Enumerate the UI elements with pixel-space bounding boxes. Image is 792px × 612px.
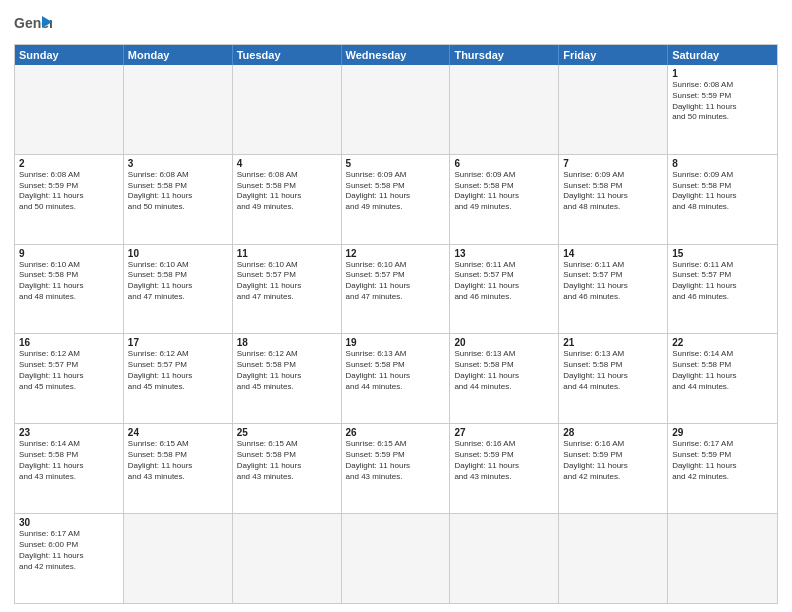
day-number: 13 [454, 248, 554, 259]
calendar-cell-r2-c2: 11Sunrise: 6:10 AM Sunset: 5:57 PM Dayli… [233, 245, 342, 334]
day-info: Sunrise: 6:14 AM Sunset: 5:58 PM Dayligh… [672, 349, 773, 392]
calendar-header: SundayMondayTuesdayWednesdayThursdayFrid… [15, 45, 777, 65]
day-number: 28 [563, 427, 663, 438]
calendar-cell-r3-c0: 16Sunrise: 6:12 AM Sunset: 5:57 PM Dayli… [15, 334, 124, 423]
day-info: Sunrise: 6:15 AM Sunset: 5:59 PM Dayligh… [346, 439, 446, 482]
logo: General [14, 10, 52, 38]
day-info: Sunrise: 6:09 AM Sunset: 5:58 PM Dayligh… [454, 170, 554, 213]
calendar-cell-r1-c4: 6Sunrise: 6:09 AM Sunset: 5:58 PM Daylig… [450, 155, 559, 244]
day-info: Sunrise: 6:09 AM Sunset: 5:58 PM Dayligh… [672, 170, 773, 213]
day-number: 16 [19, 337, 119, 348]
day-number: 4 [237, 158, 337, 169]
calendar-cell-r1-c3: 5Sunrise: 6:09 AM Sunset: 5:58 PM Daylig… [342, 155, 451, 244]
calendar-row-5: 30Sunrise: 6:17 AM Sunset: 6:00 PM Dayli… [15, 513, 777, 603]
calendar-cell-r0-c2 [233, 65, 342, 154]
day-info: Sunrise: 6:11 AM Sunset: 5:57 PM Dayligh… [563, 260, 663, 303]
day-info: Sunrise: 6:13 AM Sunset: 5:58 PM Dayligh… [563, 349, 663, 392]
calendar-cell-r5-c3 [342, 514, 451, 603]
calendar-cell-r2-c6: 15Sunrise: 6:11 AM Sunset: 5:57 PM Dayli… [668, 245, 777, 334]
day-info: Sunrise: 6:14 AM Sunset: 5:58 PM Dayligh… [19, 439, 119, 482]
calendar-cell-r4-c6: 29Sunrise: 6:17 AM Sunset: 5:59 PM Dayli… [668, 424, 777, 513]
day-info: Sunrise: 6:13 AM Sunset: 5:58 PM Dayligh… [346, 349, 446, 392]
calendar-cell-r3-c1: 17Sunrise: 6:12 AM Sunset: 5:57 PM Dayli… [124, 334, 233, 423]
day-info: Sunrise: 6:08 AM Sunset: 5:58 PM Dayligh… [128, 170, 228, 213]
header-day-tuesday: Tuesday [233, 45, 342, 65]
day-info: Sunrise: 6:09 AM Sunset: 5:58 PM Dayligh… [563, 170, 663, 213]
day-number: 14 [563, 248, 663, 259]
calendar-cell-r0-c4 [450, 65, 559, 154]
header-day-wednesday: Wednesday [342, 45, 451, 65]
calendar-cell-r5-c5 [559, 514, 668, 603]
day-number: 2 [19, 158, 119, 169]
calendar-row-4: 23Sunrise: 6:14 AM Sunset: 5:58 PM Dayli… [15, 423, 777, 513]
calendar-cell-r0-c5 [559, 65, 668, 154]
day-number: 21 [563, 337, 663, 348]
calendar: SundayMondayTuesdayWednesdayThursdayFrid… [14, 44, 778, 604]
day-info: Sunrise: 6:17 AM Sunset: 5:59 PM Dayligh… [672, 439, 773, 482]
calendar-cell-r5-c4 [450, 514, 559, 603]
day-number: 30 [19, 517, 119, 528]
day-number: 12 [346, 248, 446, 259]
calendar-row-3: 16Sunrise: 6:12 AM Sunset: 5:57 PM Dayli… [15, 333, 777, 423]
day-info: Sunrise: 6:15 AM Sunset: 5:58 PM Dayligh… [128, 439, 228, 482]
calendar-body: 1Sunrise: 6:08 AM Sunset: 5:59 PM Daylig… [15, 65, 777, 603]
calendar-cell-r3-c4: 20Sunrise: 6:13 AM Sunset: 5:58 PM Dayli… [450, 334, 559, 423]
day-number: 25 [237, 427, 337, 438]
day-info: Sunrise: 6:16 AM Sunset: 5:59 PM Dayligh… [454, 439, 554, 482]
day-number: 8 [672, 158, 773, 169]
day-number: 18 [237, 337, 337, 348]
day-number: 15 [672, 248, 773, 259]
day-number: 29 [672, 427, 773, 438]
day-number: 9 [19, 248, 119, 259]
day-number: 19 [346, 337, 446, 348]
day-info: Sunrise: 6:08 AM Sunset: 5:59 PM Dayligh… [19, 170, 119, 213]
day-info: Sunrise: 6:11 AM Sunset: 5:57 PM Dayligh… [672, 260, 773, 303]
calendar-cell-r1-c0: 2Sunrise: 6:08 AM Sunset: 5:59 PM Daylig… [15, 155, 124, 244]
calendar-row-2: 9Sunrise: 6:10 AM Sunset: 5:58 PM Daylig… [15, 244, 777, 334]
calendar-cell-r3-c5: 21Sunrise: 6:13 AM Sunset: 5:58 PM Dayli… [559, 334, 668, 423]
calendar-cell-r1-c2: 4Sunrise: 6:08 AM Sunset: 5:58 PM Daylig… [233, 155, 342, 244]
day-number: 27 [454, 427, 554, 438]
calendar-cell-r1-c1: 3Sunrise: 6:08 AM Sunset: 5:58 PM Daylig… [124, 155, 233, 244]
day-info: Sunrise: 6:15 AM Sunset: 5:58 PM Dayligh… [237, 439, 337, 482]
calendar-cell-r4-c1: 24Sunrise: 6:15 AM Sunset: 5:58 PM Dayli… [124, 424, 233, 513]
day-info: Sunrise: 6:11 AM Sunset: 5:57 PM Dayligh… [454, 260, 554, 303]
header-day-sunday: Sunday [15, 45, 124, 65]
day-number: 17 [128, 337, 228, 348]
day-number: 24 [128, 427, 228, 438]
calendar-cell-r0-c3 [342, 65, 451, 154]
day-number: 26 [346, 427, 446, 438]
calendar-cell-r5-c2 [233, 514, 342, 603]
day-number: 20 [454, 337, 554, 348]
day-info: Sunrise: 6:12 AM Sunset: 5:57 PM Dayligh… [19, 349, 119, 392]
calendar-cell-r5-c1 [124, 514, 233, 603]
calendar-cell-r0-c0 [15, 65, 124, 154]
day-info: Sunrise: 6:10 AM Sunset: 5:58 PM Dayligh… [128, 260, 228, 303]
day-number: 10 [128, 248, 228, 259]
day-info: Sunrise: 6:12 AM Sunset: 5:57 PM Dayligh… [128, 349, 228, 392]
calendar-row-0: 1Sunrise: 6:08 AM Sunset: 5:59 PM Daylig… [15, 65, 777, 154]
header-day-monday: Monday [124, 45, 233, 65]
day-info: Sunrise: 6:13 AM Sunset: 5:58 PM Dayligh… [454, 349, 554, 392]
calendar-cell-r4-c4: 27Sunrise: 6:16 AM Sunset: 5:59 PM Dayli… [450, 424, 559, 513]
calendar-cell-r2-c5: 14Sunrise: 6:11 AM Sunset: 5:57 PM Dayli… [559, 245, 668, 334]
calendar-cell-r1-c5: 7Sunrise: 6:09 AM Sunset: 5:58 PM Daylig… [559, 155, 668, 244]
day-number: 5 [346, 158, 446, 169]
header-day-saturday: Saturday [668, 45, 777, 65]
day-info: Sunrise: 6:08 AM Sunset: 5:59 PM Dayligh… [672, 80, 773, 123]
calendar-row-1: 2Sunrise: 6:08 AM Sunset: 5:59 PM Daylig… [15, 154, 777, 244]
calendar-cell-r3-c3: 19Sunrise: 6:13 AM Sunset: 5:58 PM Dayli… [342, 334, 451, 423]
calendar-cell-r4-c5: 28Sunrise: 6:16 AM Sunset: 5:59 PM Dayli… [559, 424, 668, 513]
calendar-cell-r2-c0: 9Sunrise: 6:10 AM Sunset: 5:58 PM Daylig… [15, 245, 124, 334]
calendar-cell-r3-c2: 18Sunrise: 6:12 AM Sunset: 5:58 PM Dayli… [233, 334, 342, 423]
day-number: 23 [19, 427, 119, 438]
day-number: 11 [237, 248, 337, 259]
header-day-thursday: Thursday [450, 45, 559, 65]
calendar-cell-r5-c6 [668, 514, 777, 603]
calendar-cell-r0-c1 [124, 65, 233, 154]
calendar-cell-r4-c2: 25Sunrise: 6:15 AM Sunset: 5:58 PM Dayli… [233, 424, 342, 513]
day-info: Sunrise: 6:09 AM Sunset: 5:58 PM Dayligh… [346, 170, 446, 213]
day-info: Sunrise: 6:10 AM Sunset: 5:58 PM Dayligh… [19, 260, 119, 303]
day-info: Sunrise: 6:10 AM Sunset: 5:57 PM Dayligh… [237, 260, 337, 303]
day-info: Sunrise: 6:10 AM Sunset: 5:57 PM Dayligh… [346, 260, 446, 303]
